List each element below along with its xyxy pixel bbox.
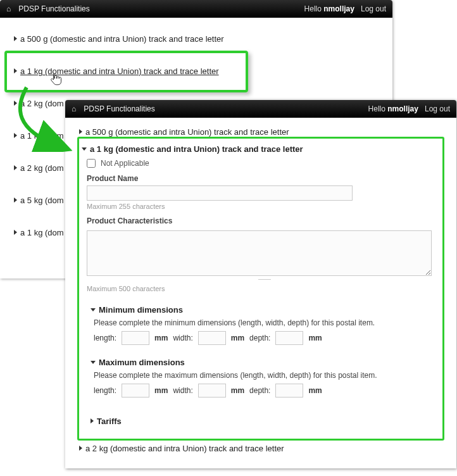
resize-handle-icon[interactable]: [256, 279, 273, 283]
chevron-right-icon: [14, 197, 17, 203]
length-label: length:: [94, 334, 116, 342]
product-characteristics-label: Product Characteristics: [87, 216, 442, 225]
item-label: a 2 kg (domestic and intra Union) track …: [85, 444, 284, 453]
chevron-right-icon: [14, 133, 17, 138]
item-label: a 1 kg (dom: [20, 228, 64, 237]
list-item[interactable]: a 2 kg (domestic and intra Union) track …: [79, 444, 442, 453]
max-depth-input[interactable]: [275, 384, 303, 398]
tariffs-title: Tariffs: [97, 416, 122, 426]
unit-label: mm: [231, 386, 244, 395]
chevron-right-icon: [14, 165, 17, 170]
app-title: PDSP Functionalities: [18, 4, 90, 13]
min-length-input[interactable]: [122, 331, 149, 345]
list-item[interactable]: a 500 g (domestic and intra Union) track…: [14, 34, 379, 44]
chevron-right-icon: [91, 418, 94, 423]
product-name-label: Product Name: [87, 174, 442, 183]
hello-text: Hello nmolljay: [304, 4, 354, 13]
hello-text: Hello nmolljay: [368, 104, 418, 113]
not-applicable-checkbox[interactable]: [87, 159, 96, 168]
not-applicable-row: Not Applicable: [87, 159, 442, 168]
product-characteristics-input[interactable]: [87, 230, 432, 276]
max-length-input[interactable]: [122, 384, 149, 398]
tariffs-section: Tariffs: [91, 416, 442, 426]
hello-prefix: Hello: [304, 4, 322, 13]
chevron-down-icon: [91, 308, 96, 311]
min-dimensions-header[interactable]: Minimum dimensions: [91, 305, 442, 315]
unit-label: mm: [154, 386, 168, 395]
chevron-down-icon: [91, 361, 96, 364]
expanded-item: a 1 kg (domestic and intra Union) track …: [82, 144, 442, 426]
item-label: a 1 kg (dom: [20, 131, 64, 141]
chevron-right-icon: [14, 101, 17, 106]
form-area: Not Applicable Product Name Maximum 255 …: [82, 159, 442, 426]
chevron-right-icon: [14, 36, 17, 41]
front-content: a 500 g (domestic and intra Union) track…: [65, 118, 456, 468]
width-label: width:: [173, 386, 192, 395]
item-label: a 500 g (domestic and intra Union) track…: [20, 34, 224, 44]
item-label: a 2 kg (dom: [20, 99, 64, 108]
depth-label: depth:: [249, 386, 270, 395]
chevron-down-icon: [82, 147, 87, 151]
max-dimensions-header[interactable]: Maximum dimensions: [91, 358, 442, 367]
chevron-right-icon: [79, 129, 82, 134]
item-label: a 2 kg (dom: [20, 163, 64, 173]
min-dim-instr: Please complete the minimum dimensions (…: [94, 318, 442, 327]
product-name-input[interactable]: [87, 185, 353, 201]
home-icon[interactable]: ⌂: [6, 4, 11, 13]
length-label: length:: [94, 386, 116, 395]
unit-label: mm: [308, 386, 322, 395]
max-dim-instr: Please complete the maximum dimensions (…: [94, 371, 442, 380]
chevron-right-icon: [14, 230, 17, 235]
unit-label: mm: [231, 334, 244, 342]
item-label: a 1 kg (domestic and intra Union) track …: [20, 66, 219, 76]
depth-label: depth:: [249, 334, 270, 342]
logout-link[interactable]: Log out: [361, 4, 386, 13]
home-icon[interactable]: ⌂: [72, 104, 76, 113]
min-depth-input[interactable]: [275, 331, 303, 345]
item-label: a 5 kg (dom: [20, 196, 64, 205]
min-dimensions-section: Minimum dimensions Please complete the m…: [91, 305, 442, 345]
width-label: width:: [173, 334, 192, 342]
product-characteristics-hint: Maximum 500 characters: [87, 285, 442, 292]
product-name-hint: Maximum 255 characters: [87, 203, 442, 210]
min-width-input[interactable]: [198, 331, 226, 345]
app-title: PDSP Functionalities: [84, 104, 155, 113]
max-dimensions-section: Maximum dimensions Please complete the m…: [91, 358, 442, 398]
unit-label: mm: [308, 334, 322, 342]
expanded-header[interactable]: a 1 kg (domestic and intra Union) track …: [82, 144, 442, 154]
unit-label: mm: [154, 334, 168, 342]
username: nmolljay: [387, 104, 418, 113]
max-dimensions-row: length: mm width: mm depth: mm: [94, 384, 442, 398]
expanded-title: a 1 kg (domestic and intra Union) track …: [90, 144, 303, 154]
max-dim-title: Maximum dimensions: [99, 358, 185, 367]
hello-prefix: Hello: [368, 104, 385, 113]
tariffs-header[interactable]: Tariffs: [91, 416, 442, 426]
logout-link[interactable]: Log out: [425, 104, 450, 113]
window-front: ⌂ PDSP Functionalities Hello nmolljay Lo…: [65, 100, 456, 468]
list-item[interactable]: a 500 g (domestic and intra Union) track…: [79, 127, 442, 137]
max-width-input[interactable]: [198, 384, 226, 398]
item-label: a 500 g (domestic and intra Union) track…: [85, 127, 289, 137]
topbar-front: ⌂ PDSP Functionalities Hello nmolljay Lo…: [65, 100, 456, 118]
username: nmolljay: [323, 4, 354, 13]
list-item-highlighted[interactable]: a 1 kg (domestic and intra Union) track …: [14, 66, 379, 76]
min-dim-title: Minimum dimensions: [99, 305, 183, 315]
chevron-right-icon: [14, 68, 17, 73]
min-dimensions-row: length: mm width: mm depth: mm: [94, 331, 442, 345]
topbar-back: ⌂ PDSP Functionalities Hello nmolljay Lo…: [0, 0, 392, 18]
chevron-right-icon: [79, 446, 82, 451]
not-applicable-label: Not Applicable: [101, 159, 149, 168]
